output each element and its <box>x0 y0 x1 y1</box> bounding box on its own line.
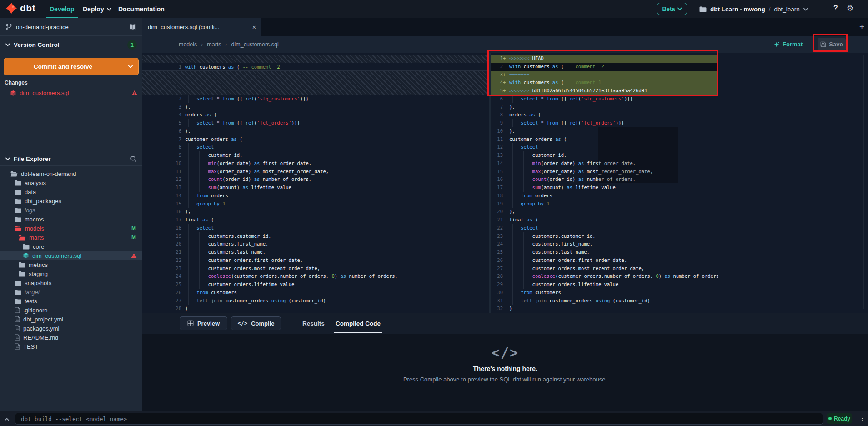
code-line-19[interactable]: 19 group by 1 <box>491 200 718 208</box>
code-line-22[interactable]: 22 customer_orders.first_order_date, <box>142 256 489 265</box>
docs-book-icon[interactable] <box>129 24 137 30</box>
code-line-28[interactable]: 28 coalesce(customer_orders.number_of_or… <box>491 272 718 281</box>
code-line-6[interactable]: 6 select * from {{ ref('stg_customers')}… <box>491 95 718 103</box>
tree-item-staging[interactable]: staging <box>0 269 142 278</box>
tree-item-marts[interactable]: martsM <box>0 233 142 242</box>
code-line-15[interactable]: 15 group by 1 <box>142 200 489 208</box>
changed-file-row[interactable]: dim_customers.sql <box>0 88 142 98</box>
code-line-20[interactable]: 20 customers.first_name, <box>142 240 489 248</box>
code-line-17[interactable]: 17 sum(amount) as lifetime_value <box>491 184 718 192</box>
breadcrumb-models[interactable]: models <box>179 41 197 48</box>
code-line-6[interactable]: 6), <box>142 127 489 135</box>
code-line-25[interactable]: 25 customers.last_name, <box>491 248 718 256</box>
tree-item-metrics[interactable]: metrics <box>0 260 142 269</box>
code-line-24[interactable]: 24 customers.first_name, <box>491 240 718 248</box>
kebab-menu-icon[interactable]: ⋮ <box>859 414 866 422</box>
account-project-switcher[interactable]: dbt Learn - mwong / dbt_learn <box>699 0 808 18</box>
version-control-section-header[interactable]: Version Control 1 <box>0 36 142 54</box>
code-line-11[interactable]: 11 max(order_date) as most_recent_order_… <box>142 168 489 176</box>
diff-editor[interactable]: 1with customers as ( -- comment 22 selec… <box>142 53 868 313</box>
code-line-32[interactable]: 32) <box>491 305 718 313</box>
code-line-14[interactable]: 14 from orders <box>142 192 489 200</box>
code-line-23[interactable]: 23 customers.customer_id, <box>491 232 718 241</box>
file-explorer-section-header[interactable]: File Explorer <box>0 152 142 166</box>
nav-develop[interactable]: Develop <box>50 0 74 18</box>
code-line-22[interactable]: 22 select <box>491 224 718 232</box>
code-line-26[interactable]: 26 customer_orders.first_order_date, <box>491 256 718 265</box>
code-line-21[interactable]: 21final as ( <box>491 216 718 224</box>
code-line-16[interactable]: 16), <box>142 208 489 216</box>
compile-button[interactable]: </> Compile <box>231 316 281 330</box>
code-line-7[interactable]: 7customer_orders as ( <box>142 135 489 144</box>
code-line-20[interactable]: 20), <box>491 208 718 216</box>
nav-documentation[interactable]: Documentation <box>118 0 165 18</box>
code-line-30[interactable]: 30 from customers <box>491 289 718 297</box>
code-line-21[interactable]: 21 customers.last_name, <box>142 248 489 256</box>
code-line-9[interactable]: 9 customer_id, <box>142 151 489 160</box>
diff-spacer[interactable] <box>142 71 489 95</box>
code-line-27[interactable]: 27 customer_orders.most_recent_order_dat… <box>491 265 718 273</box>
conflict-line-2[interactable]: 2with customers as ( -- comment 2 <box>491 63 718 71</box>
code-line-8[interactable]: 8 select <box>142 143 489 151</box>
commit-and-resolve-button[interactable]: Commit and resolve <box>4 58 139 75</box>
command-input[interactable] <box>15 413 823 425</box>
tree-item-dbt-learn-on-demand[interactable]: dbt-learn-on-demand <box>0 169 142 178</box>
close-icon[interactable]: × <box>252 24 256 31</box>
diff-pane-incoming[interactable]: 1+<<<<<<< HEAD2with customers as ( -- co… <box>491 53 718 313</box>
code-line-23[interactable]: 23 customer_orders.most_recent_order_dat… <box>142 265 489 273</box>
tree-item-core[interactable]: core <box>0 242 142 251</box>
code-line-5[interactable]: 5 select * from {{ ref('fct_orders')}} <box>142 119 489 127</box>
git-branch-selector[interactable]: on-demand-practice <box>0 18 142 36</box>
code-line-10[interactable]: 10 min(order_date) as first_order_date, <box>142 160 489 168</box>
tree-item-macros[interactable]: macros <box>0 215 142 224</box>
tree-item-tests[interactable]: tests <box>0 296 142 306</box>
nav-deploy[interactable]: Deploy <box>83 0 111 18</box>
tree-item-dbt-packages[interactable]: dbt_packages <box>0 196 142 205</box>
code-line-17[interactable]: 17final as ( <box>142 216 489 224</box>
help-icon[interactable]: ? <box>833 4 838 12</box>
gear-icon[interactable]: ⚙ <box>847 4 853 13</box>
code-line-1[interactable]: 1with customers as ( -- comment 2 <box>142 63 489 71</box>
tree-item-packages-yml[interactable]: packages.yml <box>0 324 142 333</box>
code-line-26[interactable]: 26 from customers <box>142 289 489 297</box>
code-line-29[interactable]: 29 customer_orders.lifetime_value <box>491 281 718 289</box>
tab-compiled-code[interactable]: Compiled Code <box>336 313 381 334</box>
tree-item-test[interactable]: TEST <box>0 342 142 351</box>
code-line-4[interactable]: 4orders as ( <box>142 111 489 119</box>
tab-dim-customers[interactable]: dim_customers.sql (confli... × <box>142 18 261 36</box>
beta-dropdown[interactable]: Beta <box>657 3 687 15</box>
code-line-9[interactable]: 9 select * from {{ ref('fct_orders')}} <box>491 119 718 127</box>
tab-results[interactable]: Results <box>302 313 325 334</box>
code-line-28[interactable]: 28) <box>142 305 489 313</box>
tree-item-analysis[interactable]: analysis <box>0 178 142 187</box>
tree-item-target[interactable]: target <box>0 287 142 296</box>
diff-pane-current[interactable]: 1with customers as ( -- comment 22 selec… <box>142 53 489 313</box>
code-line-18[interactable]: 18 from orders <box>491 192 718 200</box>
code-line-25[interactable]: 25 customer_orders.lifetime_value <box>142 281 489 289</box>
code-line-3[interactable]: 3), <box>142 103 489 111</box>
code-line-8[interactable]: 8orders as ( <box>491 111 718 119</box>
code-line-13[interactable]: 13 sum(amount) as lifetime_value <box>142 184 489 192</box>
dbt-logo[interactable]: dbt <box>5 2 35 14</box>
code-line-27[interactable]: 27 left join customer_orders using (cust… <box>142 297 489 305</box>
code-line-18[interactable]: 18 select <box>142 224 489 232</box>
code-line-24[interactable]: 24 coalesce(customer_orders.number_of_or… <box>142 272 489 281</box>
tree-item-readme-md[interactable]: README.md <box>0 333 142 342</box>
format-button[interactable]: Format <box>773 39 803 50</box>
code-line-2[interactable]: 2 select * from {{ ref('stg_customers')}… <box>142 95 489 103</box>
conflict-line-3[interactable]: 3+======= <box>491 71 718 79</box>
scrollbar-track[interactable] <box>863 55 864 309</box>
tree-item-data[interactable]: data <box>0 187 142 196</box>
code-line-31[interactable]: 31 left join customer_orders using (cust… <box>491 297 718 305</box>
chevron-up-icon[interactable] <box>5 415 9 423</box>
breadcrumb-marts[interactable]: marts <box>207 41 221 48</box>
search-icon[interactable] <box>130 155 137 162</box>
conflict-line-5[interactable]: 5+>>>>>>> b81f802a66fd544504c65721e3ffaa… <box>491 87 718 95</box>
breadcrumb-file[interactable]: dim_customers.sql <box>231 41 279 48</box>
code-line-12[interactable]: 12 count(order_id) as number_of_orders, <box>142 175 489 184</box>
code-line-7[interactable]: 7), <box>491 103 718 111</box>
tree-item--gitignore[interactable]: .gitignore <box>0 306 142 315</box>
code-line-19[interactable]: 19 customers.customer_id, <box>142 232 489 241</box>
new-tab-plus-icon[interactable]: + <box>859 22 864 32</box>
commit-dropdown-toggle[interactable] <box>122 58 138 75</box>
